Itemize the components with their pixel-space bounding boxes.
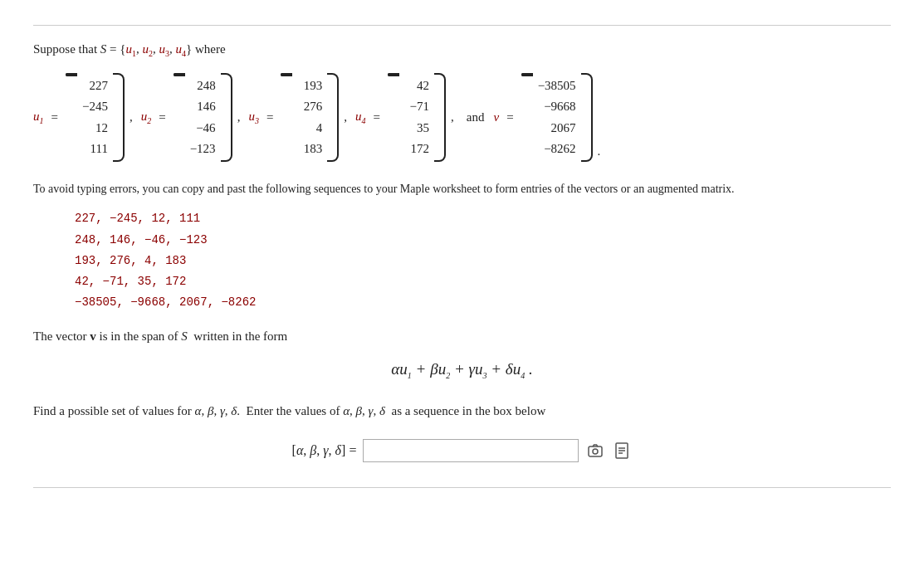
u4-label: u4 [355, 110, 366, 125]
u3-matrix: 193 276 4 183 [281, 73, 339, 162]
bottom-divider [33, 487, 891, 488]
document-icon[interactable] [612, 441, 632, 461]
u3-label: u3 [248, 110, 259, 125]
vectors-display: u1 = 227 −245 12 111 , u2 = 248 146 −46 … [33, 73, 891, 162]
u2-matrix: 248 146 −46 −123 [174, 73, 232, 162]
top-divider [33, 25, 891, 26]
copy-note: To avoid typing errors, you can copy and… [33, 180, 891, 198]
v-bold: v [90, 329, 96, 343]
input-label: [α, β, γ, δ] = [292, 443, 357, 458]
v-matrix: −38505 −9668 2067 −8262 [521, 73, 593, 162]
sequence-5: −38505, −9668, 2067, −8262 [75, 292, 891, 313]
u4-matrix: 42 −71 35 172 [388, 73, 446, 162]
formula-display: αu1 + βu2 + γu3 + δu4 . [33, 360, 891, 380]
svg-point-1 [593, 449, 598, 454]
v-label: v [493, 110, 499, 124]
code-sequences: 227, −245, 12, 111 248, 146, −46, −123 1… [75, 208, 891, 313]
sequence-1: 227, −245, 12, 111 [75, 208, 891, 229]
S-italic: S [181, 329, 188, 343]
intro-text: Suppose that S = {u1, u2, u3, u4} where [33, 42, 891, 58]
camera-icon[interactable] [585, 441, 605, 461]
find-text: Find a possible set of values for α, β, … [33, 401, 891, 421]
u1-label: u1 [33, 110, 44, 125]
sequence-input[interactable] [363, 439, 579, 462]
svg-rect-0 [589, 446, 602, 456]
sequence-4: 42, −71, 35, 172 [75, 271, 891, 292]
u1-matrix: 227 −245 12 111 [66, 73, 125, 162]
and-label: and [467, 110, 485, 124]
sequence-2: 248, 146, −46, −123 [75, 230, 891, 251]
input-row: [α, β, γ, δ] = [33, 439, 891, 462]
span-statement: The vector v is in the span of S written… [33, 329, 891, 344]
sequence-3: 193, 276, 4, 183 [75, 251, 891, 271]
u2-label: u2 [141, 110, 152, 125]
